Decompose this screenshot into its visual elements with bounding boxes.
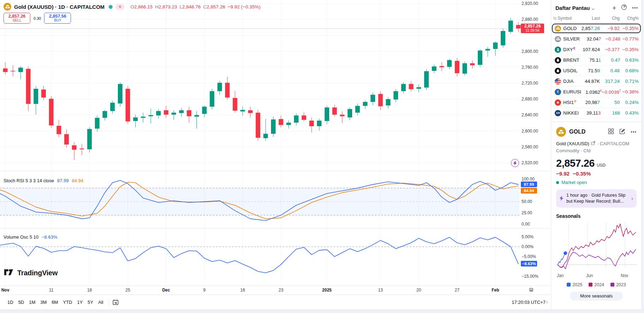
price-axis-label: 2,880.00 [522,17,538,22]
news-chevron-right-icon: › [631,195,633,201]
flag-column-icon[interactable] [553,17,556,20]
watchlist-row-eurusd[interactable]: € EURUSD 1.03626 −0.00397 −0.38% [551,86,642,97]
stoch-rsi-label[interactable]: Stoch RSI 5 3 3 14 close 87.99 84.94 [4,178,83,183]
price-axis[interactable]: 2,920.002,880.002,800.002,760.002,720.00… [516,0,550,286]
instant-order-bolt-icon[interactable] [511,159,519,167]
edit-note-icon[interactable] [619,128,625,136]
seasonals-legend: 2025 2024 2023 [556,282,637,287]
range-ytd-button[interactable]: YTD [60,298,74,306]
legend-2025[interactable]: 2025 [567,282,582,287]
price-axis-label: 2,640.00 [522,112,538,117]
detail-more-menu-icon[interactable]: ••• [631,129,637,135]
status-dot-icon[interactable] [109,5,113,9]
watchlist-row-usoil[interactable]: USOIL 71.59 0.48 0.68% [551,65,642,76]
hang-seng-icon [555,99,561,106]
time-axis-label: Nov [0,288,15,293]
status-wave-icon[interactable]: ≈ [115,4,125,10]
go-to-date-calendar-icon[interactable] [113,299,119,305]
eu-flag-icon: € [555,89,561,95]
buy-button[interactable]: 2,857.56 BUY [44,13,71,24]
range-5y-button[interactable]: 5Y [85,298,96,306]
watchlist-row-hsi[interactable]: HSI1 D 20,987 50 0.24% [551,97,642,108]
time-axis-label: 23 [271,288,291,293]
legend-2024[interactable]: 2024 [589,282,604,287]
add-symbol-button[interactable]: + [612,5,616,11]
volume-osc-title: Volume Osc 5 10 [4,234,38,240]
legend-2023[interactable]: 2023 [610,282,626,287]
layout-grid-icon[interactable] [608,128,614,136]
legend-2025-swatch-icon [567,283,571,287]
detail-full-name[interactable]: Gold (XAUUSD) [556,141,589,146]
watchlist-more-menu-icon[interactable]: ••• [632,5,638,11]
axis-settings-gear-icon[interactable] [529,288,534,294]
seasonals-chart[interactable] [556,220,637,273]
news-time: 1 hour ago [566,193,588,198]
range-3m-button[interactable]: 3M [38,298,49,306]
clock-timezone[interactable]: 17:20:03 UTC+7 [512,300,546,305]
sell-button[interactable]: 2,857.26 SELL [4,13,30,24]
time-axis-label: 20 [409,288,429,293]
seasonals-x-jan: Jan [557,273,564,278]
more-seasonals-button[interactable]: More seasonals [570,291,623,301]
watchlist-row-brent[interactable]: BRENT 75.11 0.47 0.63% [551,55,642,65]
gold-symbol-icon [4,3,11,11]
time-axis-label: 13 [371,288,390,293]
pct-value: −0.35% [620,47,639,52]
pct-value: 0.43% [620,110,639,116]
rsi-axis-label: 100.00 [522,177,535,182]
symbol-name: DXY [563,47,573,52]
watchlist-row-dxy[interactable]: $ DXY E 107.624 −0.377 −0.35% [551,44,642,55]
candlestick-chart[interactable] [0,0,550,286]
right-scroll-strip[interactable] [642,0,644,313]
tradingview-mark-icon [4,269,15,277]
symbol-name: BRENT [563,57,579,63]
sell-price: 2,857.26 [8,14,26,19]
news-card[interactable]: 1 hour ago · Gold Futures Slip but Keep … [556,189,637,208]
range-1m-button[interactable]: 1M [26,298,38,306]
sector-pie-icon[interactable] [621,4,627,12]
column-symbol[interactable]: Symbol [558,16,577,21]
time-axis-label: 18 [80,288,100,293]
detail-symbol-name[interactable]: GOLD [569,129,585,135]
symbol-title[interactable]: Gold (XAUUSD) · 1D · CAPITALCOM [14,4,104,10]
chg-value: −9.92 [600,26,620,31]
time-axis[interactable]: Nov111825Dec916232025132027Feb [0,286,550,295]
stoch-k-badge: 87.99 [521,182,537,187]
news-bolt-icon [559,196,564,201]
external-link-icon[interactable] [591,141,595,146]
chart-legend: Gold (XAUUSD) · 1D · CAPITALCOM ≈ O2,866… [4,3,260,11]
chg-value: 317.24 [600,79,620,84]
watchlist-row-djia[interactable]: DJIA 44.87K 317.24 0.71% [551,76,642,86]
pct-value: −0.35% [620,26,639,31]
legend-2023-swatch-icon [610,283,614,287]
bottom-toolbar: 1D 5D 1M 3M 6M YTD 1Y 5Y All 17:20:03 UT… [0,295,550,309]
column-chg[interactable]: Chg [600,16,620,21]
range-6m-button[interactable]: 6M [49,298,60,306]
buy-label: BUY [54,19,61,23]
volume-osc-label[interactable]: Volume Osc 5 10 −8.63% [4,234,57,240]
vol-axis-label: −15.00% [522,274,538,279]
range-1d-button[interactable]: 1D [5,298,16,306]
column-chg-pct[interactable]: Chg% [620,16,639,21]
watchlist-row-silver[interactable]: SILVER 32.047 −0.248 −0.77% [551,33,642,44]
pct-value: 0.63% [620,57,639,63]
collapse-panel-chevron-icon[interactable]: › [546,299,548,305]
watchlist-row-gold[interactable]: GOLD 2,857.26 −9.92 −0.35% [551,23,642,33]
range-5d-button[interactable]: 5D [16,298,27,306]
buy-price: 2,857.56 [49,14,66,19]
time-axis-label: 27 [447,288,467,293]
vol-axis-label: 0.00% [522,244,534,249]
watchlist-row-nikkei[interactable]: 225 NIKKEI 39,113 168 0.43% [551,108,642,118]
column-last[interactable]: Last [577,16,600,21]
tradingview-logo[interactable]: TradingView [4,269,58,277]
nikkei-225-icon: 225 [555,110,561,116]
tradingview-wordmark: TradingView [17,269,58,277]
chart-area: Gold (XAUUSD) · 1D · CAPITALCOM ≈ O2,866… [0,0,550,313]
rsi-axis-label: 25.00 [522,210,532,215]
vol-osc-badge: −8.63% [521,261,537,266]
range-all-button[interactable]: All [96,298,106,306]
watchlist-title-dropdown[interactable]: Daftar Pantau⌄ [555,5,595,11]
chevron-down-icon: ⌄ [591,5,596,11]
price-axis-label: 2,600.00 [522,129,538,134]
range-1y-button[interactable]: 1Y [74,298,85,306]
